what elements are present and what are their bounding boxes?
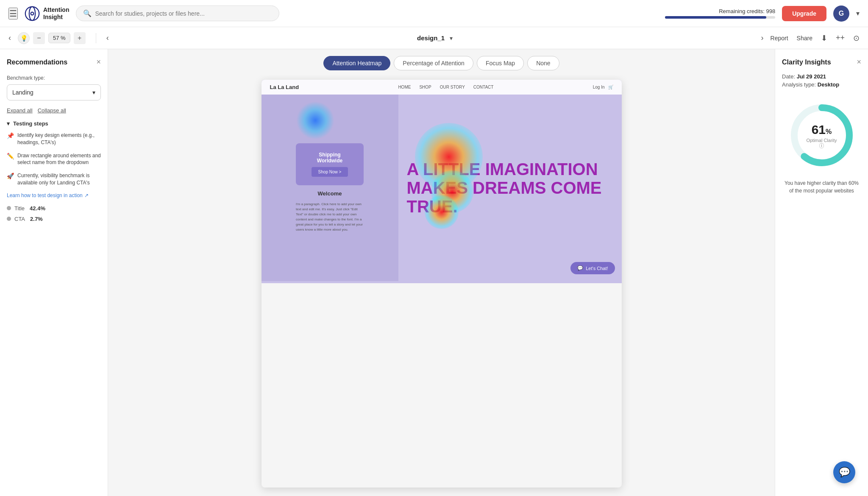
metric-value-title: 42.4%: [30, 205, 45, 212]
analysis-label: Analysis type:: [782, 81, 816, 88]
step-item-3: 🚀 Currently, visibility benchmark is ava…: [7, 172, 101, 187]
topnav-right: Remaining credits: 998 Upgrade G ▾: [665, 6, 860, 22]
search-bar[interactable]: 🔍: [76, 6, 279, 21]
step-text-2: Draw rectangle around elements and selec…: [17, 152, 101, 167]
mockup-nav-links: HOME SHOP OUR STORY CONTACT: [398, 85, 493, 89]
mockup-body: ShippingWorldwide Shop Now > Welcome I'm…: [262, 95, 622, 281]
zoom-level: 57 %: [48, 33, 70, 43]
chat-bubble-icon: 💬: [839, 467, 850, 478]
tab-percentage-attention[interactable]: Percentage of Attention: [394, 56, 473, 70]
tab-focus-map[interactable]: Focus Map: [477, 56, 524, 70]
shipping-box: ShippingWorldwide Shop Now >: [296, 143, 364, 185]
mockup-left-col: ShippingWorldwide Shop Now > Welcome I'm…: [262, 95, 398, 281]
welcome-text: Welcome: [318, 190, 342, 197]
canvas-area: La La Land HOME SHOP OUR STORY CONTACT L…: [108, 75, 775, 496]
testing-steps-header[interactable]: ▾ Testing steps: [7, 120, 101, 127]
benchmark-label: Benchmark type:: [7, 75, 101, 81]
credits-section: Remaining credits: 998: [665, 8, 775, 19]
chevron-down-icon: ▾: [7, 120, 10, 127]
support-chat-button[interactable]: 💬: [833, 461, 855, 483]
step-item-2: ✏️ Draw rectangle around elements and se…: [7, 152, 101, 167]
tab-none[interactable]: None: [527, 56, 559, 70]
credits-text: Remaining credits: 998: [719, 8, 775, 14]
nav-item-contact: CONTACT: [473, 85, 494, 89]
metrics-list: Title 42.4% CTA 2.7%: [7, 205, 101, 222]
mockup-paragraph: I'm a paragraph. Click here to add your …: [296, 202, 364, 232]
zoom-out-button[interactable]: −: [33, 32, 45, 44]
toolbar-divider: [96, 33, 96, 43]
shop-now-button[interactable]: Shop Now >: [312, 167, 348, 177]
settings-button[interactable]: ⊙: [853, 33, 860, 43]
collapse-all-link[interactable]: Collapse all: [38, 107, 66, 114]
chat-icon: 💬: [577, 265, 583, 271]
prev-file-button[interactable]: ‹: [106, 33, 109, 42]
menu-icon[interactable]: ☰: [8, 8, 18, 20]
clarity-meta: Date: Jul 29 2021 Analysis type: Desktop: [782, 73, 861, 88]
metric-name-cta: CTA: [14, 216, 25, 222]
filename: design_1: [417, 34, 445, 42]
tab-attention-heatmap[interactable]: Attention Heatmap: [323, 56, 390, 70]
upgrade-button[interactable]: Upgrade: [782, 6, 826, 21]
learn-link[interactable]: Learn how to test design in action ↗: [7, 192, 101, 198]
metric-title: Title 42.4%: [7, 205, 101, 212]
expand-collapse: Expand all Collapse all: [7, 107, 101, 114]
metric-cta: CTA 2.7%: [7, 216, 101, 222]
left-panel: Recommendations × Benchmark type: Landin…: [0, 49, 108, 496]
zoom-icon: 💡: [18, 32, 30, 44]
download-button[interactable]: ⬇: [821, 33, 827, 43]
toolbar: ‹ 💡 − 57 % + ‹ design_1 ▾ › Report Share…: [0, 27, 868, 49]
top-navigation: ☰ AttentionInsight 🔍 Remaining credits: …: [0, 0, 868, 27]
report-button[interactable]: Report: [771, 35, 788, 42]
benchmark-select[interactable]: Landing ▾: [7, 84, 101, 100]
testing-steps-label: Testing steps: [13, 120, 48, 127]
toolbar-right: Report Share ⬇ ++ ⊙: [771, 33, 860, 43]
search-icon: 🔍: [83, 9, 92, 17]
panel-close-button[interactable]: ×: [96, 58, 101, 67]
mockup-right-col: A LITTLE IMAGINATION MAKES DREAMS COME T…: [398, 95, 622, 281]
toolbar-center: design_1 ▾: [116, 34, 754, 42]
clarity-date: Date: Jul 29 2021: [782, 73, 861, 80]
chat-label: Let's Chat!: [586, 266, 608, 271]
prev-nav-button[interactable]: ‹: [8, 33, 11, 42]
filename-dropdown[interactable]: ▾: [450, 35, 453, 42]
rocket-icon: 🚀: [7, 173, 14, 179]
right-panel-title: Clarity Insights: [782, 59, 831, 66]
external-link-icon: ↗: [84, 192, 89, 198]
svg-point-3: [31, 12, 33, 14]
date-value: Jul 29 2021: [797, 73, 826, 80]
center-panel: Attention Heatmap Percentage of Attentio…: [108, 49, 775, 496]
right-panel-close-button[interactable]: ×: [857, 58, 861, 67]
expand-button[interactable]: ++: [836, 33, 845, 42]
avatar[interactable]: G: [833, 6, 849, 22]
date-label: Date:: [782, 73, 795, 80]
mockup-logo: La La Land: [270, 84, 299, 90]
mockup-nav: La La Land HOME SHOP OUR STORY CONTACT L…: [262, 80, 622, 95]
expand-all-link[interactable]: Expand all: [7, 107, 33, 114]
credits-fill: [665, 16, 766, 19]
metric-name: Title: [14, 205, 25, 212]
search-input[interactable]: [95, 10, 272, 17]
logo: AttentionInsight: [25, 6, 69, 21]
metric-value-cta: 2.7%: [30, 216, 43, 222]
clarity-description: You have higher clarity than 60% of the …: [782, 179, 861, 195]
donut-label: 61% Optimal Clarity i: [805, 123, 839, 148]
donut-chart: 61% Optimal Clarity i: [788, 101, 856, 169]
clarity-type: Analysis type: Desktop: [782, 81, 861, 88]
donut-percent-value: 61%: [805, 123, 839, 137]
logo-icon: [25, 6, 40, 21]
next-file-button[interactable]: ›: [761, 33, 764, 42]
share-button[interactable]: Share: [797, 35, 812, 42]
zoom-in-button[interactable]: +: [74, 32, 86, 44]
percent-sign: %: [826, 128, 832, 135]
info-icon[interactable]: i: [819, 143, 823, 148]
pin-icon: 📌: [7, 132, 14, 139]
mockup-headline: A LITTLE IMAGINATION MAKES DREAMS COME T…: [398, 151, 622, 224]
view-tabs: Attention Heatmap Percentage of Attentio…: [108, 49, 775, 75]
step-text-3: Currently, visibility benchmark is avail…: [17, 172, 101, 187]
chat-button[interactable]: 💬 Let's Chat!: [570, 262, 615, 274]
panel-title: Recommendations: [7, 59, 67, 66]
chevron-down-icon[interactable]: ▾: [856, 9, 860, 17]
zoom-controls: 💡 − 57 % +: [18, 32, 86, 44]
optimal-clarity-label: Optimal Clarity i: [805, 138, 839, 148]
panel-header: Recommendations ×: [7, 58, 101, 67]
